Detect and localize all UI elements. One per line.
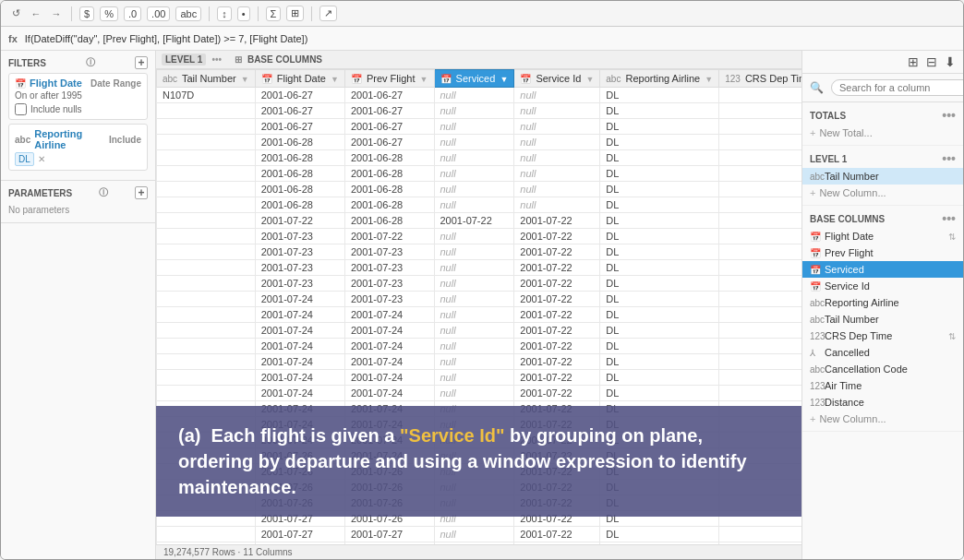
new-col-plus: + bbox=[810, 413, 815, 424]
back-icon[interactable]: ← bbox=[29, 6, 43, 21]
table-cell: 2001-07-24 bbox=[255, 292, 344, 307]
right-column-item-cancellation-code[interactable]: abcCancellation Code bbox=[802, 361, 963, 377]
right-column-item-reporting-airline[interactable]: abcReporting Airline bbox=[802, 294, 963, 311]
tail-item-icon: abc bbox=[810, 172, 821, 182]
new-column-btn[interactable]: + New Column... bbox=[802, 411, 963, 427]
table-cell: null bbox=[434, 370, 514, 386]
remove-airline-icon[interactable]: ✕ bbox=[38, 154, 45, 164]
table-cell: 2355 bbox=[719, 197, 801, 213]
col-type-icon: 📅 bbox=[810, 281, 821, 292]
table-cell: DL bbox=[600, 229, 719, 244]
refresh-icon[interactable]: ↺ bbox=[8, 6, 23, 21]
right-column-item-service-id[interactable]: 📅Service Id bbox=[802, 278, 963, 294]
include-nulls-checkbox[interactable] bbox=[15, 103, 27, 115]
table-row: 2001-06-282001-06-28nullnullDL955false bbox=[157, 150, 802, 166]
add-param-btn[interactable]: + bbox=[135, 186, 148, 199]
table-cell: 2001-07-23 bbox=[344, 292, 434, 307]
search-icon: 🔍 bbox=[810, 81, 824, 94]
table-cell: 2001-06-28 bbox=[255, 197, 344, 213]
right-column-item-tail-number[interactable]: abcTail Number bbox=[802, 311, 963, 328]
table-cell: null bbox=[434, 197, 514, 213]
add-filter-btn[interactable]: + bbox=[135, 56, 148, 69]
table-cell bbox=[157, 370, 256, 386]
include-label: Include bbox=[109, 135, 141, 145]
right-column-item-crs-dep-time[interactable]: 123CRS Dep Time⇅ bbox=[802, 328, 963, 344]
search-input[interactable] bbox=[831, 79, 963, 96]
percent-btn[interactable]: % bbox=[100, 6, 118, 21]
row-count-text: 19,274,577 Rows · 11 Columns bbox=[163, 547, 293, 557]
decimal2-btn[interactable]: .00 bbox=[147, 6, 170, 21]
right-column-item-prev-flight[interactable]: 📅Prev Flight bbox=[802, 244, 963, 261]
right-panel-icons: ⊞ ⊟ ⬇ bbox=[802, 51, 963, 74]
tail-number-level-item[interactable]: abc Tail Number bbox=[802, 168, 963, 185]
table-cell: 2001-07-24 bbox=[255, 354, 344, 370]
col-flight-date[interactable]: 📅 Flight Date ▼ bbox=[255, 70, 344, 88]
table-cell: 2001-07-22 bbox=[514, 213, 600, 229]
table-cell: 2001-06-27 bbox=[255, 119, 344, 135]
level1-dots: ••• bbox=[942, 151, 956, 166]
table-cell: 2001-07-23 bbox=[255, 260, 344, 276]
table-row: 2001-07-242001-07-24null2001-07-22DL1210… bbox=[157, 323, 802, 339]
right-column-item-cancelled[interactable]: ⅄Cancelled bbox=[802, 344, 963, 361]
table-cell: 825 bbox=[719, 370, 801, 386]
forward-icon[interactable]: → bbox=[49, 6, 64, 21]
table-cell: 2001-07-22 bbox=[434, 213, 514, 229]
sort-btn[interactable]: ↕ bbox=[217, 6, 232, 21]
table-cell: DL bbox=[600, 119, 719, 135]
table-cell: 2001-07-28 bbox=[255, 542, 344, 545]
table-cell bbox=[157, 213, 256, 229]
level-dots: ••• bbox=[211, 54, 222, 65]
right-column-item-distance[interactable]: 123Distance bbox=[802, 394, 963, 411]
arrow-btn[interactable]: ↗ bbox=[319, 6, 337, 21]
table-row: 2001-07-272001-07-27null2001-07-22DL1300… bbox=[157, 527, 802, 542]
table-cell: 2001-06-27 bbox=[255, 103, 344, 119]
table-wrapper[interactable]: abc Tail Number ▼ 📅 Flight Date ▼ 📅 bbox=[156, 69, 801, 544]
sum-btn[interactable]: Σ bbox=[266, 6, 282, 21]
table-cell: 1850 bbox=[719, 260, 801, 276]
table-cell bbox=[157, 542, 256, 545]
col-type-icon: abc bbox=[810, 364, 821, 375]
cols-icon[interactable]: ⊟ bbox=[926, 54, 937, 69]
totals-label: TOTALS bbox=[810, 111, 846, 121]
dot-btn[interactable]: • bbox=[237, 6, 250, 21]
table-row: 2001-07-232001-07-23null2001-07-22DL1550… bbox=[157, 244, 802, 260]
new-total-label: New Total... bbox=[819, 127, 872, 138]
abc-btn[interactable]: abc bbox=[175, 6, 201, 21]
table-cell: null bbox=[434, 244, 514, 260]
new-col-label-level1: New Column... bbox=[819, 187, 886, 198]
col-reporting-airline[interactable]: abc Reporting Airline ▼ bbox=[600, 70, 719, 88]
params-info-icon: ⓘ bbox=[99, 186, 108, 199]
new-column-btn-level1[interactable]: + New Column... bbox=[802, 185, 963, 201]
col-crs-dep-time[interactable]: 123 CRS Dep Time ▼ bbox=[719, 70, 801, 88]
table-cell: 2001-07-24 bbox=[255, 323, 344, 339]
right-column-item-air-time[interactable]: 123Air Time bbox=[802, 377, 963, 394]
table-cell: 1035 bbox=[719, 386, 801, 401]
ra-sort-icon: ▼ bbox=[705, 75, 713, 84]
table-cell: 2001-07-24 bbox=[255, 307, 344, 323]
new-total-btn[interactable]: + New Total... bbox=[802, 125, 963, 141]
table-cell: 2001-07-22 bbox=[514, 276, 600, 292]
right-column-item-flight-date[interactable]: 📅Flight Date⇅ bbox=[802, 228, 963, 244]
table-cell: DL bbox=[600, 276, 719, 292]
col-tail-number[interactable]: abc Tail Number ▼ bbox=[157, 70, 256, 88]
table-row: N107D2001-06-272001-06-27nullnullDL940fa… bbox=[157, 88, 802, 103]
table-cell: null bbox=[434, 119, 514, 135]
table-cell: null bbox=[434, 323, 514, 339]
right-column-item-serviced[interactable]: 📅Serviced bbox=[802, 261, 963, 278]
col-serviced[interactable]: 📅 Serviced ▼ bbox=[434, 70, 514, 88]
table-row: 2001-07-232001-07-23null2001-07-22DL1850… bbox=[157, 260, 802, 276]
table-cell: DL bbox=[600, 244, 719, 260]
col-prev-flight[interactable]: 📅 Prev Flight ▼ bbox=[344, 70, 434, 88]
left-panel: FILTERS ⓘ + 📅 Flight Date Date Range On … bbox=[1, 51, 156, 559]
grid-icon[interactable]: ⊞ bbox=[908, 54, 919, 69]
col-service-id[interactable]: 📅 Service Id ▼ bbox=[514, 70, 600, 88]
table-cell: null bbox=[514, 182, 600, 197]
level-header: LEVEL 1 ••• ⊞ BASE COLUMNS bbox=[156, 51, 801, 69]
airline-value: DL bbox=[15, 152, 34, 166]
app-window: ↺ ← → $ % .0 .00 abc ↕ • Σ ⊞ ↗ fx If(Dat… bbox=[0, 0, 964, 560]
table-cell: 2001-06-27 bbox=[255, 88, 344, 103]
dollar-btn[interactable]: $ bbox=[79, 6, 94, 21]
decimal-btn[interactable]: .0 bbox=[124, 6, 141, 21]
grid-btn[interactable]: ⊞ bbox=[286, 6, 304, 21]
download-icon[interactable]: ⬇ bbox=[945, 54, 956, 69]
